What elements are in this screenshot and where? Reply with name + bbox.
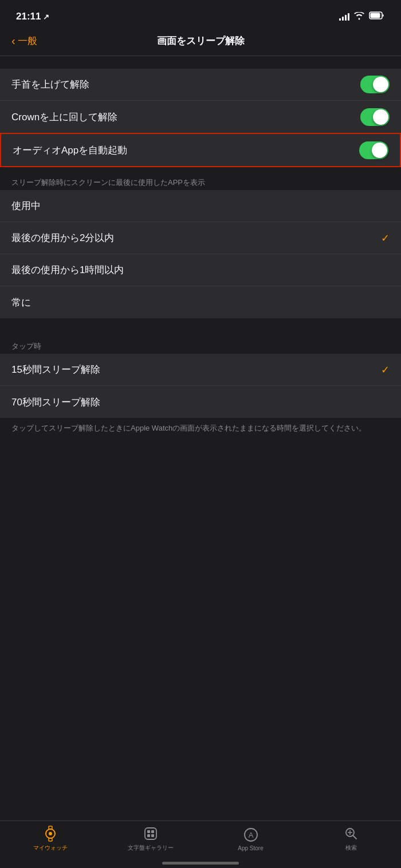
last-used-label-1: 最後の使用から2分以内: [11, 231, 114, 244]
footer-note: タップしてスリープ解除したときにApple Watchの画面が表示されたままにな…: [0, 418, 401, 445]
page-title: 画面をスリープ解除: [157, 34, 245, 48]
svg-text:A: A: [248, 831, 253, 839]
battery-icon: [369, 11, 385, 22]
tab-my-watch[interactable]: マイウォッチ: [0, 821, 100, 857]
audio-app-label: オーディオAppを自動起動: [13, 144, 127, 157]
svg-rect-7: [147, 830, 150, 833]
back-chevron-icon: ‹: [11, 34, 15, 48]
time-text: 21:11: [16, 11, 41, 22]
crown-rotate-row[interactable]: Crownを上に回して解除: [0, 101, 401, 133]
tab-watch-face[interactable]: 文字盤ギャラリー: [100, 821, 200, 857]
wifi-icon: [354, 12, 364, 22]
home-indicator: [162, 862, 239, 865]
tap-row-1[interactable]: 70秒間スリープ解除: [0, 386, 401, 418]
tab-app-store-label: App Store: [238, 845, 263, 851]
audio-app-toggle[interactable]: [359, 141, 388, 159]
last-used-row-0[interactable]: 使用中: [0, 190, 401, 222]
svg-rect-9: [147, 834, 150, 837]
last-used-section-label: スリープ解除時にスクリーンに最後に使用したAPPを表示: [0, 173, 401, 190]
svg-point-5: [49, 832, 52, 835]
toggle-knob-2: [373, 109, 388, 125]
crown-rotate-toggle[interactable]: [360, 108, 390, 126]
my-watch-icon: [42, 826, 58, 842]
last-used-row-3[interactable]: 常に: [0, 286, 401, 318]
toggle-knob: [373, 77, 388, 92]
tap-row-0[interactable]: 15秒間スリープ解除 ✓: [0, 354, 401, 386]
last-used-row-2[interactable]: 最後の使用から1時間以内: [0, 254, 401, 286]
checkmark-tap-0: ✓: [381, 364, 390, 376]
tab-search-label: 検索: [345, 844, 357, 852]
tap-section-label: タップ時: [0, 337, 401, 354]
last-used-label-3: 常に: [11, 296, 31, 309]
last-used-label-2: 最後の使用から1時間以内: [11, 263, 124, 277]
header-divider: [0, 56, 401, 56]
watch-face-icon: [143, 826, 159, 842]
toggle-section-top: 手首を上げて解除 Crownを上に回して解除: [0, 69, 401, 133]
tab-my-watch-label: マイウォッチ: [33, 844, 68, 852]
svg-rect-1: [371, 13, 380, 18]
wrist-raise-label: 手首を上げて解除: [11, 78, 89, 91]
svg-rect-6: [145, 828, 156, 839]
toggle-knob-3: [372, 143, 387, 158]
status-icons: [339, 11, 385, 22]
toggle-group: 手首を上げて解除 Crownを上に回して解除 オーディオAppを自動起動: [0, 69, 401, 167]
tab-watch-face-label: 文字盤ギャラリー: [128, 844, 174, 852]
last-used-label-0: 使用中: [11, 199, 41, 212]
tap-label-1: 70秒間スリープ解除: [11, 396, 100, 409]
search-icon: [343, 826, 359, 842]
tap-group: 15秒間スリープ解除 ✓ 70秒間スリープ解除: [0, 354, 401, 418]
last-used-group: 使用中 最後の使用から2分以内 ✓ 最後の使用から1時間以内 常に: [0, 190, 401, 318]
location-arrow-icon: ↗: [43, 13, 49, 21]
last-used-row-1[interactable]: 最後の使用から2分以内 ✓: [0, 222, 401, 254]
back-label: 一般: [18, 34, 37, 48]
tab-app-store[interactable]: A App Store: [200, 821, 301, 857]
crown-rotate-label: Crownを上に回して解除: [11, 111, 117, 124]
audio-app-row[interactable]: オーディオAppを自動起動: [1, 134, 400, 166]
svg-rect-3: [49, 826, 52, 829]
audio-app-row-highlighted: オーディオAppを自動起動: [0, 133, 401, 167]
tap-label-0: 15秒間スリープ解除: [11, 363, 100, 376]
signal-icon: [339, 13, 349, 21]
svg-line-14: [353, 835, 356, 839]
svg-rect-8: [151, 830, 154, 833]
wrist-raise-toggle[interactable]: [360, 76, 390, 93]
status-bar: 21:11 ↗: [0, 0, 401, 29]
status-time: 21:11 ↗: [16, 11, 49, 22]
app-store-icon: A: [243, 827, 259, 843]
wrist-raise-row[interactable]: 手首を上げて解除: [0, 69, 401, 101]
svg-rect-10: [151, 834, 154, 837]
nav-header: ‹ 一般 画面をスリープ解除: [0, 29, 401, 56]
svg-rect-4: [49, 838, 52, 841]
tab-bar: マイウォッチ 文字盤ギャラリー A App Store: [0, 820, 401, 868]
tab-search[interactable]: 検索: [301, 821, 401, 857]
back-button[interactable]: ‹ 一般: [11, 34, 37, 48]
checkmark-1: ✓: [381, 232, 390, 244]
